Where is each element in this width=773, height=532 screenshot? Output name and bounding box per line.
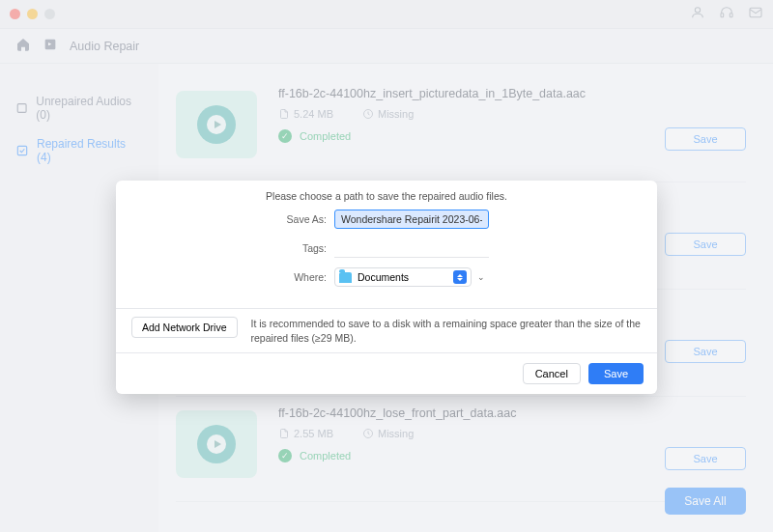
save-as-input[interactable] — [334, 210, 489, 229]
dialog-message: Please choose a path to save the repaire… — [116, 190, 657, 202]
where-label: Where: — [131, 271, 334, 283]
save-as-label: Save As: — [131, 213, 334, 225]
recommendation-text: It is recommended to save to a disk with… — [251, 317, 642, 345]
tags-label: Tags: — [131, 242, 334, 254]
dialog-save-button[interactable]: Save — [588, 363, 644, 384]
cancel-button[interactable]: Cancel — [523, 363, 581, 384]
folder-icon — [339, 272, 352, 283]
expand-icon[interactable]: ⌄ — [477, 272, 485, 282]
stepper-icon — [453, 270, 467, 284]
where-select[interactable]: Documents — [334, 267, 472, 287]
tags-input[interactable] — [334, 238, 489, 258]
add-network-drive-button[interactable]: Add Network Drive — [131, 317, 238, 338]
save-dialog: Please choose a path to save the repaire… — [116, 181, 657, 394]
